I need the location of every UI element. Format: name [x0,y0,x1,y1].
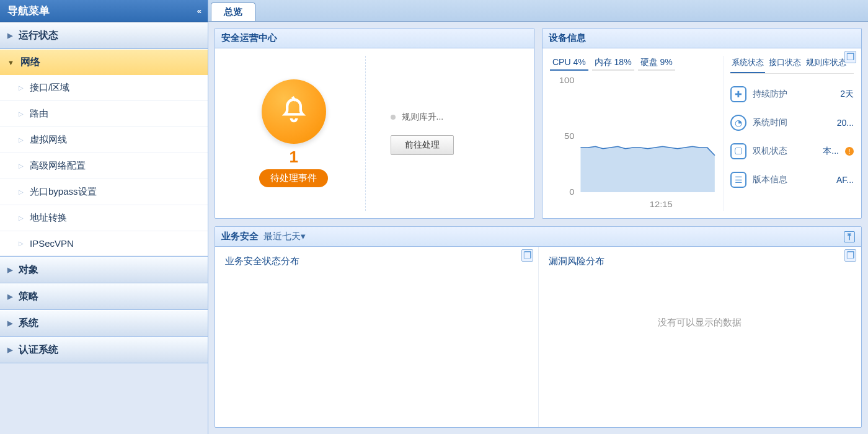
stat-2[interactable]: 硬盘 9% [638,56,675,71]
nav-item-1-1[interactable]: ▷路由 [0,101,208,127]
doc-icon: ☰ [730,172,746,188]
tab-bar: 总览 [208,0,868,22]
tab-overview[interactable]: 总览 [211,2,255,21]
main-area: 总览 安全运营中心 [208,0,868,434]
biz-range-dropdown[interactable]: 最近七天▾ [264,231,306,241]
expand-biz-0-icon[interactable]: ❐ [521,249,533,262]
ops-message: 规则库升... [391,112,444,123]
nav-item-1-4[interactable]: ▷光口bypass设置 [0,179,208,205]
biz-col-1: ❐ 漏洞风险分布 没有可以显示的数据 [539,247,862,427]
info-row-3: ☰ 版本信息 AF... [730,172,854,188]
info-row-1: ◔ 系统时间 20... [730,115,854,131]
bell-icon [262,79,326,144]
clock-icon: ◔ [730,115,746,131]
info-row-2: 🖵 双机状态 本... ! [730,143,854,159]
nav-item-1-0[interactable]: ▷接口/区域 [0,75,208,101]
nav-item-1-6[interactable]: ▷IPSecVPN [0,231,208,256]
warn-icon: ! [845,147,854,156]
monitor-icon: 🖵 [730,143,746,159]
panel-ops-center: 安全运营中心 1 待处理事件 [215,28,534,219]
ops-title: 安全运营中心 [221,32,277,44]
panel-biz-security: 业务安全 最近七天▾ ⤒ ❐ 业务安全状态分布 ❐ 漏洞风险分布 没有可以显示的… [215,226,862,428]
collapse-sidebar-icon[interactable]: « [197,6,200,16]
dev-tab-2[interactable]: 规则库状态 [805,56,848,73]
biz-col-0: ❐ 业务安全状态分布 [215,247,539,427]
sidebar-title: 导航菜单 [7,4,50,18]
nav-item-1-3[interactable]: ▷高级网络配置 [0,153,208,179]
nav-item-1-2[interactable]: ▷虚拟网线 [0,127,208,153]
panel-device-header: 设备信息 [542,29,861,48]
nav-group-3[interactable]: ▶策略 [0,283,208,309]
nav-group-0[interactable]: ▶运行状态 [0,22,208,48]
stat-1[interactable]: 内存 18% [592,56,634,71]
cpu-chart: 050100 12:15 [550,74,719,211]
shield-icon: ✚ [730,86,746,102]
pending-count: 1 [290,148,298,167]
dev-tab-1[interactable]: 接口状态 [768,56,802,73]
collapse-biz-icon[interactable]: ⤒ [844,231,855,242]
sidebar: 导航菜单 « ▶运行状态▼网络▷接口/区域▷路由▷虚拟网线▷高级网络配置▷光口b… [0,0,208,434]
pending-badge: 待处理事件 [259,169,328,187]
expand-biz-1-icon[interactable]: ❐ [844,249,856,262]
nav-group-5[interactable]: ▶认证系统 [0,337,208,363]
sidebar-header: 导航菜单 « [0,0,208,22]
go-handle-button[interactable]: 前往处理 [391,135,454,155]
dev-tab-0[interactable]: 系统状态 [730,56,765,73]
biz-title: 业务安全 [221,231,259,241]
nav-group-4[interactable]: ▶系统 [0,310,208,336]
nav-group-1[interactable]: ▼网络 [0,49,208,75]
no-data-text: 没有可以显示的数据 [549,317,852,329]
svg-text:0: 0 [569,188,574,196]
panel-biz-header: 业务安全 最近七天▾ ⤒ [215,227,861,247]
svg-text:12:15: 12:15 [650,200,673,208]
svg-text:50: 50 [564,132,574,140]
device-title: 设备信息 [549,32,586,44]
nav-group-2[interactable]: ▶对象 [0,257,208,283]
nav-item-1-5[interactable]: ▷地址转换 [0,205,208,231]
panel-ops-header: 安全运营中心 [215,29,534,48]
stat-0[interactable]: CPU 4% [550,56,588,71]
panel-device-info: 设备信息 ❐ CPU 4%内存 18%硬盘 9% 050100 12:15 系统… [542,28,862,219]
info-row-0: ✚ 持续防护 2天 [730,86,854,102]
svg-text:100: 100 [559,76,575,84]
expand-device-icon[interactable]: ❐ [844,51,856,63]
